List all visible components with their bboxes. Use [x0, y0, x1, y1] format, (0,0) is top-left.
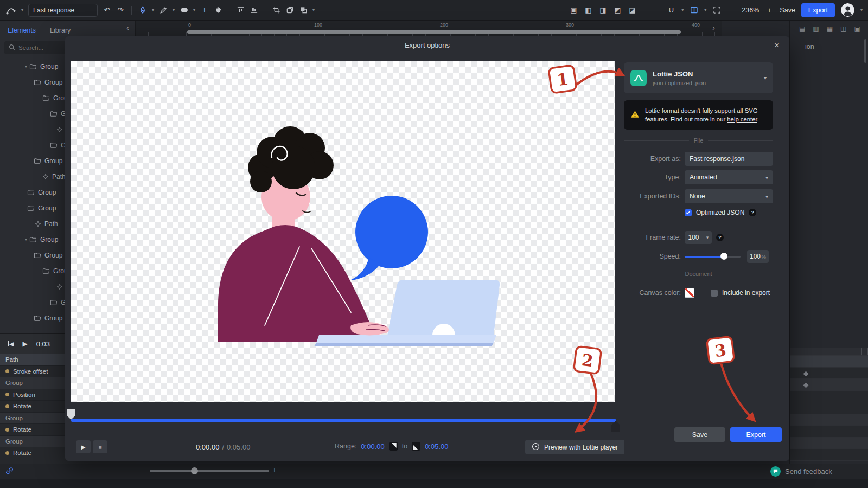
preview-play-button[interactable]: ▶: [76, 440, 91, 453]
exclude-icon[interactable]: ◪: [628, 5, 636, 16]
toolbar-save-button[interactable]: Save: [780, 7, 795, 14]
collapse-left-panel-icon[interactable]: ‹: [126, 23, 129, 32]
toolbar-export-button[interactable]: Export: [801, 3, 835, 17]
caret-down-icon[interactable]: ▾: [25, 64, 27, 69]
boolean-icon[interactable]: [299, 5, 308, 16]
redo-icon[interactable]: ↷: [116, 5, 125, 16]
intersect-icon[interactable]: ◩: [613, 5, 622, 16]
speed-slider[interactable]: [685, 250, 741, 263]
range-start-value[interactable]: 0:00.00: [361, 442, 384, 451]
timeline-zoom-out-button[interactable]: −: [139, 466, 143, 474]
project-title-input[interactable]: [28, 4, 98, 17]
layer-label: Group: [38, 204, 56, 212]
trim-end-handle[interactable]: [611, 421, 620, 432]
undo-icon[interactable]: ↶: [103, 5, 111, 16]
caret-down-icon[interactable]: ▾: [25, 237, 27, 242]
speed-value-box[interactable]: 100%: [747, 250, 769, 263]
pen-tool-chevron-icon[interactable]: ▾: [152, 8, 154, 12]
fit-to-screen-icon[interactable]: [712, 5, 721, 16]
set-range-end-icon[interactable]: [412, 442, 420, 451]
collapse-right-panel-icon[interactable]: ›: [712, 23, 715, 32]
canvas-color-label: Canvas color:: [624, 289, 681, 297]
right-panel-icons: ▤ ▥ ▦ ◫ ▣: [799, 25, 860, 33]
exported-ids-dropdown[interactable]: None▾: [685, 189, 773, 203]
timeline-row-label: Group: [5, 438, 23, 445]
set-range-start-icon[interactable]: [389, 442, 398, 451]
frame-icon[interactable]: ▣: [569, 5, 578, 16]
trim-start-handle[interactable]: [67, 409, 75, 420]
app-logo-icon[interactable]: [5, 5, 16, 16]
canvas-color-swatch[interactable]: [685, 288, 694, 298]
type-value: Animated: [690, 174, 717, 181]
panel-icon[interactable]: ▦: [827, 25, 833, 33]
modal-save-button[interactable]: Save: [674, 427, 725, 442]
pencil-tool-icon[interactable]: [159, 5, 168, 16]
shape-tool-chevron-icon[interactable]: ▾: [193, 8, 195, 12]
u-effects-chevron-icon[interactable]: ▾: [681, 8, 684, 12]
preview-with-lottie-button[interactable]: Preview with Lottie player: [525, 440, 624, 454]
avatar[interactable]: [841, 3, 854, 17]
export-format-dropdown[interactable]: Lottie JSON json / optimized .json ▾: [624, 62, 773, 93]
subtract-icon[interactable]: ◨: [598, 5, 607, 16]
panel-icon[interactable]: ▣: [854, 25, 860, 33]
timeline-row-label: Path: [5, 356, 18, 363]
zoom-in-button[interactable]: +: [765, 5, 774, 16]
zoom-out-button[interactable]: −: [727, 5, 736, 16]
pen-tool-icon[interactable]: [138, 5, 147, 16]
tab-elements[interactable]: Elements: [8, 27, 36, 34]
align-top-icon[interactable]: [236, 5, 245, 16]
canvas-horizontal-scrollbar[interactable]: [187, 30, 681, 34]
logo-menu-chevron-icon[interactable]: ▾: [21, 8, 23, 12]
play-icon[interactable]: ▶: [22, 340, 27, 348]
illustration-hand: [350, 322, 389, 335]
range-to-label: to: [402, 442, 407, 450]
preview-stop-button[interactable]: ■: [93, 440, 107, 453]
crop-icon[interactable]: [272, 5, 280, 16]
export-filename-input[interactable]: [685, 152, 773, 166]
close-icon[interactable]: ×: [770, 38, 784, 53]
panel-icon[interactable]: ◫: [840, 25, 846, 33]
timeline-zoom-scrollbar[interactable]: [150, 470, 269, 472]
avatar-chevron-icon[interactable]: ▾: [860, 8, 863, 12]
right-panel-scrollbar[interactable]: [864, 39, 866, 63]
frame-rate-dropdown[interactable]: 100▾: [685, 231, 712, 244]
timeline-row-label: Rotate: [13, 426, 31, 433]
frame-rate-row: Frame rate: 100▾ ?: [624, 231, 724, 244]
hand-tool-icon[interactable]: [214, 5, 222, 16]
ruler-tick-label: 400: [692, 22, 700, 28]
layer-label: Path: [44, 220, 58, 228]
optimized-json-checkbox[interactable]: [685, 209, 692, 216]
timeline-zoom-in-button[interactable]: +: [272, 466, 277, 474]
chevron-down-icon: ▾: [764, 75, 767, 81]
layer-label: Group: [38, 189, 56, 196]
pencil-tool-chevron-icon[interactable]: ▾: [173, 8, 175, 12]
align-bottom-icon[interactable]: [250, 5, 258, 16]
preview-timeline-scrubber[interactable]: [71, 419, 616, 422]
send-feedback-button[interactable]: Send feedback: [770, 466, 832, 477]
include-in-export-checkbox[interactable]: [711, 290, 718, 297]
link-icon[interactable]: [5, 467, 14, 477]
panel-icon[interactable]: ▥: [813, 25, 819, 33]
zoom-level[interactable]: 236%: [742, 7, 759, 14]
text-tool-icon[interactable]: T: [200, 5, 209, 16]
chevron-down-icon: ▾: [703, 231, 712, 244]
grid-view-icon[interactable]: [690, 5, 698, 16]
type-dropdown[interactable]: Animated▾: [685, 170, 773, 184]
boolean-chevron-icon[interactable]: ▾: [312, 8, 315, 12]
grid-view-chevron-icon[interactable]: ▾: [704, 8, 706, 12]
u-effects-tool[interactable]: U: [667, 5, 675, 16]
help-icon[interactable]: ?: [716, 234, 724, 241]
modal-export-button[interactable]: Export: [730, 427, 782, 442]
shape-tool-icon[interactable]: [180, 5, 188, 16]
duplicate-icon[interactable]: [285, 5, 294, 16]
help-icon[interactable]: ?: [749, 209, 756, 216]
unite-icon[interactable]: ◧: [584, 5, 592, 16]
divider: [265, 6, 265, 15]
help-center-link[interactable]: help center: [727, 116, 757, 123]
skip-to-start-icon[interactable]: ◀: [8, 341, 14, 348]
slider-thumb[interactable]: [720, 253, 727, 260]
panel-icon[interactable]: ▤: [799, 25, 805, 33]
timeline-zoom-knob[interactable]: [191, 467, 198, 474]
range-end-value[interactable]: 0:05.00: [425, 442, 448, 451]
tab-library[interactable]: Library: [50, 27, 71, 34]
